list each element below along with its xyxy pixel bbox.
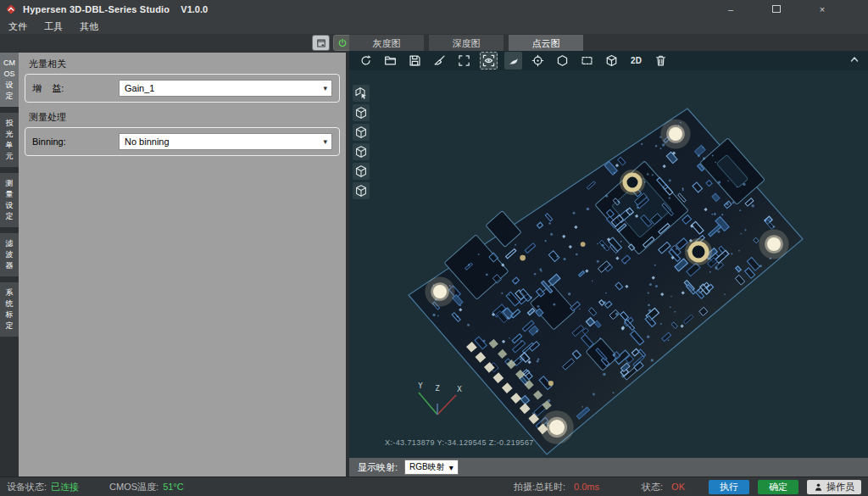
sidebar-tab-projector-unit[interactable]: 投光单元: [0, 113, 19, 167]
execute-button[interactable]: 执行: [709, 480, 749, 494]
cursor-coordinates: X:-43.713879 Y:-34.129545 Z:-0.219567: [385, 438, 534, 447]
tab-gray-image[interactable]: 灰度图: [349, 35, 424, 52]
operator-icon: [814, 482, 823, 492]
svg-text:Z: Z: [435, 384, 440, 393]
gain-select-label: 增 益:: [32, 82, 119, 95]
sidebar-tab-system-calibration[interactable]: 系统标定: [0, 282, 19, 337]
save-button[interactable]: [406, 52, 424, 70]
title-bar: Hypersen 3D-DBL-Series Studio V1.0.0 – ×: [0, 0, 868, 19]
broom-button[interactable]: [431, 52, 448, 70]
menu-bar: 文件工具其他: [0, 19, 868, 34]
app-logo-icon: [5, 3, 17, 15]
sidebar-tab-filter[interactable]: 滤波器: [0, 233, 19, 276]
chevron-down-icon: ▾: [449, 463, 453, 472]
fit-screen-button[interactable]: [455, 52, 473, 70]
trash-button[interactable]: [652, 52, 670, 70]
maximize-icon[interactable]: [760, 4, 793, 14]
chevron-down-icon: ▾: [323, 84, 327, 92]
folder-open-button[interactable]: [381, 52, 399, 70]
sidebar-tabs: CMOS设定投光单元测量设定滤波器系统标定: [0, 53, 19, 337]
display-mapping-bar: 显示映射: RGB映射 ▾: [349, 458, 868, 476]
display-mapping-label: 显示映射:: [358, 461, 398, 474]
menu-item-2[interactable]: 其他: [80, 20, 98, 33]
state-label: 状态:: [642, 481, 663, 493]
power-button[interactable]: [333, 35, 351, 51]
device-status-value: 已连接: [51, 481, 79, 493]
undo-button[interactable]: [357, 52, 375, 70]
paint-button[interactable]: [504, 52, 522, 70]
state-value: OK: [671, 482, 685, 492]
operator-button[interactable]: 操作员: [807, 480, 861, 494]
app-version: V1.0.0: [181, 4, 208, 14]
window-controls: – ×: [714, 4, 868, 14]
app-title: Hypersen 3D-DBL-Series Studio: [23, 4, 170, 14]
binning-select[interactable]: No binning▾: [119, 133, 332, 150]
view-tabs: 灰度图深度图点云图: [349, 35, 583, 52]
cube-button[interactable]: [603, 52, 620, 70]
confirm-button[interactable]: 确定: [758, 480, 798, 494]
polygon-button[interactable]: [554, 52, 571, 70]
label-2d-button[interactable]: 2D: [627, 52, 645, 70]
rect-select-button[interactable]: [578, 52, 596, 70]
cmos-temp-value: 51°C: [163, 482, 184, 492]
view-orientation-button-2[interactable]: [353, 104, 370, 121]
minimize-icon[interactable]: –: [714, 4, 748, 14]
quick-actions: [312, 35, 351, 51]
tab-depth-image[interactable]: 深度图: [429, 35, 504, 52]
settings-group-box: 增 益:Gain_1▾: [25, 74, 340, 103]
target-button[interactable]: [529, 52, 547, 70]
gain-select[interactable]: Gain_1▾: [119, 80, 332, 97]
viewport-toolbar: 2D: [349, 51, 868, 70]
point-cloud-viewport[interactable]: YZX 2D X:-43.713879 Y:-34.129545 Z:-0.21…: [349, 51, 868, 458]
group-title: 测量处理: [19, 106, 346, 126]
svg-text:X: X: [457, 385, 462, 393]
save-config-button[interactable]: [312, 35, 330, 51]
cmos-temp-label: CMOS温度:: [109, 481, 159, 493]
display-mapping-select[interactable]: RGB映射 ▾: [404, 460, 459, 475]
capture-time-value: 0.0ms: [574, 482, 599, 492]
chevron-down-icon: ▾: [323, 137, 327, 146]
view-orientation-button-6[interactable]: [353, 182, 370, 199]
menu-item-0[interactable]: 文件: [8, 20, 27, 33]
view-orientation-button-1[interactable]: [353, 85, 370, 102]
status-bar: 设备状态: 已连接 CMOS温度: 51°C 拍摄:总耗时: 0.0ms 状态:…: [0, 476, 868, 496]
group-title: 光量相关: [19, 53, 346, 73]
sidebar-tab-cmos-settings[interactable]: CMOS设定: [0, 53, 19, 107]
sidebar-tab-measure-settings[interactable]: 测量设定: [0, 173, 19, 227]
svg-text:Y: Y: [418, 382, 423, 390]
settings-group-box: Binning:No binning▾: [25, 127, 340, 156]
close-icon[interactable]: ×: [805, 4, 839, 14]
focus-eye-button[interactable]: [480, 52, 498, 70]
pcb-point-cloud[interactable]: YZX: [349, 51, 868, 458]
view-orientation-button-3[interactable]: [353, 124, 370, 141]
settings-panel: 光量相关增 益:Gain_1▾测量处理Binning:No binning▾: [19, 53, 346, 476]
binning-select-label: Binning:: [32, 137, 119, 147]
menu-item-1[interactable]: 工具: [44, 20, 63, 33]
tab-point-cloud[interactable]: 点云图: [509, 35, 583, 52]
view-orientation-button-4[interactable]: [353, 143, 370, 160]
view-orientation-rail: [353, 85, 370, 199]
collapse-toolbar-button[interactable]: [849, 53, 860, 69]
capture-time-label: 拍摄:总耗时:: [514, 481, 565, 493]
view-orientation-button-5[interactable]: [353, 163, 370, 180]
device-status-label: 设备状态:: [7, 481, 47, 493]
